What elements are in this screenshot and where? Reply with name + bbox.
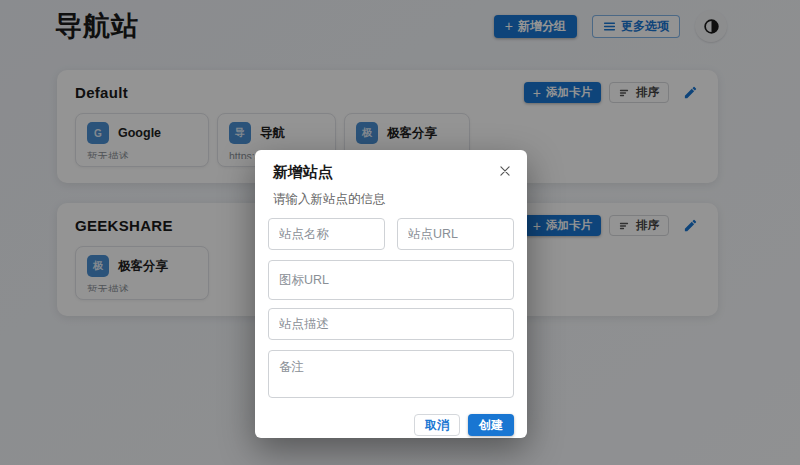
close-button[interactable] (495, 161, 515, 181)
site-description-input[interactable] (268, 308, 514, 340)
dialog-title: 新增站点 (255, 150, 527, 182)
notes-textarea[interactable] (268, 350, 514, 398)
dialog-body (255, 208, 527, 402)
site-name-input[interactable] (268, 218, 385, 250)
cancel-button[interactable]: 取消 (414, 414, 460, 436)
close-icon (498, 164, 512, 178)
dialog-footer: 取消 创建 (255, 402, 527, 436)
icon-url-input[interactable] (268, 260, 514, 300)
name-url-row (268, 218, 514, 250)
create-button[interactable]: 创建 (468, 414, 514, 436)
dialog-subtitle: 请输入新站点的信息 (255, 182, 527, 208)
add-site-dialog: 新增站点 请输入新站点的信息 取消 创建 (255, 150, 527, 438)
site-url-input[interactable] (397, 218, 514, 250)
